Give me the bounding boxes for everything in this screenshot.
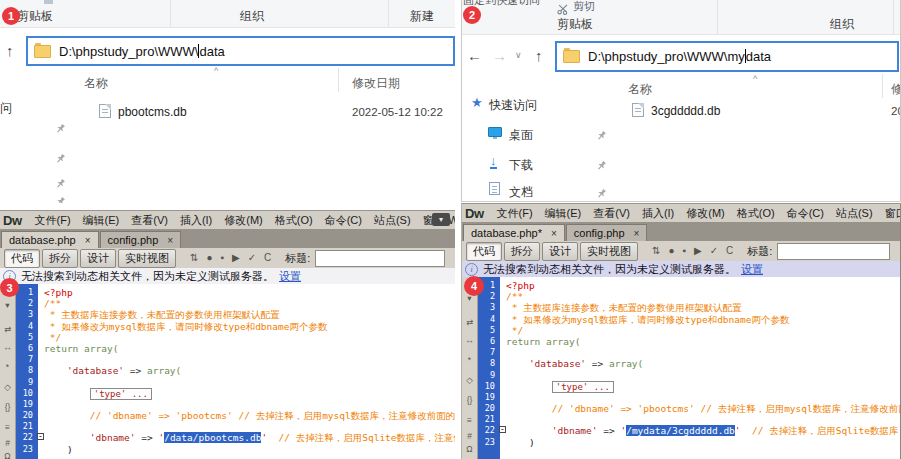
address-bar[interactable]: D:\phpstudy_pro\WWW\mydata [555, 41, 899, 72]
code-line[interactable]: /** [506, 291, 900, 302]
tab-database-php[interactable]: database.php× [1, 231, 99, 248]
up-arrow-icon[interactable]: ↑ [535, 48, 543, 63]
menu-item[interactable]: 查看(V) [125, 213, 174, 228]
menu-item[interactable]: 编辑(E) [539, 206, 588, 221]
apply-comment-icon[interactable]: # [0, 439, 15, 448]
collapse-selection-icon[interactable]: ↔ [462, 336, 477, 345]
chevron-down-icon[interactable]: ∨ [515, 51, 522, 60]
code-line[interactable]: return array( [44, 343, 455, 354]
preview-in-browser-icon[interactable]: ● [206, 253, 212, 263]
sidebar-item-quick-access[interactable]: 快速访问 [489, 97, 537, 114]
code-line[interactable] [506, 414, 900, 425]
up-arrow-icon[interactable]: ↑ [6, 43, 14, 58]
menu-item[interactable]: 格式(O) [269, 213, 319, 228]
balance-braces-icon[interactable]: {} [462, 396, 477, 405]
collapse-selection-icon[interactable]: ↔ [0, 343, 15, 352]
code-line[interactable]: ) [44, 444, 455, 455]
expand-all-icon[interactable]: * [462, 356, 477, 365]
fold-collapse-icon[interactable]: - [37, 433, 44, 440]
address-path[interactable]: D:\phpstudy_pro\WWW\data [59, 44, 225, 59]
close-icon[interactable]: × [634, 228, 640, 239]
settings-link[interactable]: 设置 [741, 262, 763, 277]
live-view-button[interactable]: 实时视图 [580, 242, 638, 261]
menu-item[interactable]: 窗口(W) [879, 206, 901, 221]
close-icon[interactable]: × [85, 235, 91, 246]
code-line[interactable] [44, 421, 455, 432]
design-view-button[interactable]: 设计 [80, 249, 116, 268]
app-switcher-button[interactable]: ▾ [432, 213, 450, 226]
remove-comment-icon[interactable]: Ω [462, 445, 477, 454]
code-line[interactable] [506, 370, 900, 381]
column-header-date[interactable]: 修改日期 [352, 75, 400, 92]
column-header-name[interactable]: 名称 [84, 75, 108, 92]
code-line[interactable]: 'type' ... [506, 381, 900, 392]
select-parent-tag-icon[interactable]: ◇ [0, 383, 15, 392]
menu-item[interactable]: 修改(M) [680, 206, 731, 221]
file-management-icon[interactable]: ⇅ [190, 253, 198, 263]
code-line[interactable]: 'dbname' => '/mydata/3cgddddd.db' // 去掉注… [506, 425, 900, 436]
remove-comment-icon[interactable]: Ω [0, 452, 15, 459]
address-path[interactable]: D:\phpstudy_pro\WWW\mydata [588, 49, 771, 64]
code-view-button[interactable]: 代码 [4, 249, 40, 268]
preview-in-browser-icon[interactable]: ● [668, 246, 674, 256]
code-line[interactable]: */ [506, 325, 900, 336]
code-line[interactable] [44, 399, 455, 410]
menu-item[interactable]: 编辑(E) [77, 213, 126, 228]
live-view-options-icon[interactable]: ▶ [232, 253, 240, 263]
menu-item[interactable]: 站点(S) [830, 206, 879, 221]
code-line[interactable]: /** [44, 298, 455, 309]
split-view-button[interactable]: 拆分 [42, 249, 78, 268]
collapse-full-tag-icon[interactable]: ⇄ [462, 318, 477, 327]
collapse-full-tag-icon[interactable]: ⇄ [0, 325, 15, 334]
code-line[interactable]: <?php [506, 280, 900, 291]
tab-config-php[interactable]: config.php× [566, 224, 648, 241]
code-line[interactable]: // 'dbname' => 'pbootcms' // 去掉注释，启用mysq… [506, 403, 900, 414]
live-view-button[interactable]: 实时视图 [118, 249, 176, 268]
menu-item[interactable]: 文件(F) [29, 213, 77, 228]
settings-link[interactable]: 设置 [279, 269, 301, 284]
address-bar[interactable]: D:\phpstudy_pro\WWW\data [26, 36, 455, 66]
title-input[interactable] [777, 243, 890, 260]
close-icon[interactable]: × [551, 228, 557, 239]
menu-item[interactable]: 插入(I) [174, 213, 218, 228]
apply-comment-icon[interactable]: # [462, 432, 477, 441]
balance-braces-icon[interactable]: {} [0, 403, 15, 412]
code-line[interactable]: ) [506, 437, 900, 448]
code-navigator-icon[interactable]: ▾ [0, 301, 15, 310]
code-line[interactable]: * 主数据库连接参数，未配置的参数使用框架默认配置 [44, 309, 455, 320]
live-view-options-icon[interactable]: ▶ [694, 246, 702, 256]
fold-collapse-icon[interactable]: - [499, 426, 506, 433]
code-line[interactable]: */ [44, 332, 455, 343]
multiscreen-preview-icon[interactable]: ▪ [220, 253, 224, 263]
code-line[interactable] [506, 392, 900, 403]
code-line[interactable]: 'database' => array( [506, 358, 900, 369]
design-view-button[interactable]: 设计 [542, 242, 578, 261]
code-line[interactable]: * 主数据库连接参数，未配置的参数使用框架默认配置 [506, 302, 900, 313]
line-numbers-icon[interactable]: ≡ [462, 416, 477, 425]
code-line[interactable] [506, 347, 900, 358]
code-line[interactable]: 'type' ... [44, 388, 455, 399]
file-name[interactable]: pbootcms.db [118, 105, 187, 119]
sidebar-item-downloads[interactable]: 下载 [509, 157, 533, 174]
sidebar-item-documents[interactable]: 文档 [509, 184, 533, 201]
menu-item[interactable]: 命令(C) [319, 213, 368, 228]
sidebar-item-desktop[interactable]: 桌面 [509, 127, 533, 144]
tab-database-php[interactable]: database.php*× [463, 224, 565, 241]
menu-item[interactable]: 修改(M) [218, 213, 269, 228]
split-view-button[interactable]: 拆分 [504, 242, 540, 261]
file-management-icon[interactable]: ⇅ [652, 246, 660, 256]
menu-item[interactable]: 文件(F) [491, 206, 539, 221]
code-text[interactable]: <?php/** * 主数据库连接参数，未配置的参数使用框架默认配置 * 如果修… [500, 277, 900, 459]
code-line[interactable] [44, 377, 455, 388]
code-text[interactable]: <?php/** * 主数据库连接参数，未配置的参数使用框架默认配置 * 如果修… [38, 284, 455, 459]
menu-item[interactable]: 站点(S) [368, 213, 417, 228]
title-input[interactable] [315, 250, 445, 267]
select-parent-tag-icon[interactable]: ◇ [462, 376, 477, 385]
code-line[interactable]: 'dbname' => '/data/pbootcms.db' // 去掉注释，… [44, 432, 455, 443]
menu-item[interactable]: 查看(V) [587, 206, 636, 221]
close-icon[interactable]: × [167, 235, 173, 246]
code-line[interactable]: * 如果修改为mysql数据库，请同时修改type和dbname两个参数 [44, 321, 455, 332]
code-line[interactable] [44, 354, 455, 365]
expand-all-icon[interactable]: * [0, 363, 15, 372]
line-numbers-icon[interactable]: ≡ [0, 423, 15, 432]
